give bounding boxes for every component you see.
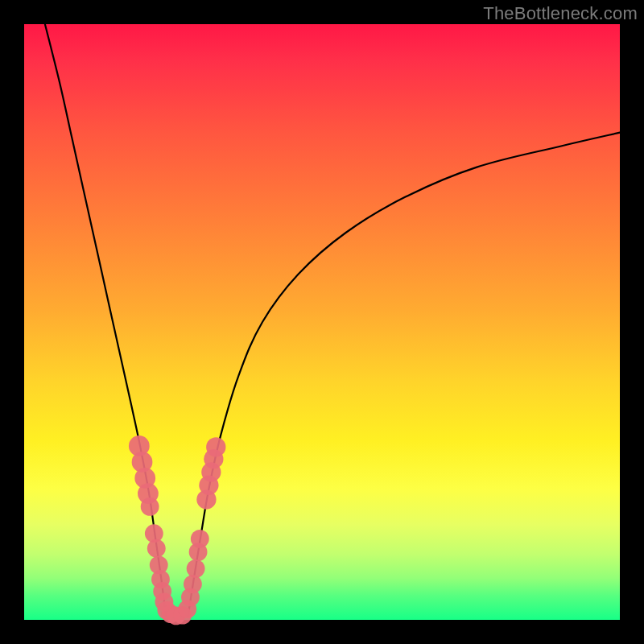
data-marker [206, 437, 225, 456]
data-marker [184, 575, 202, 593]
data-marker [187, 559, 205, 578]
plot-area [24, 24, 620, 620]
data-marker [191, 530, 209, 548]
series-right-branch [188, 133, 621, 617]
data-marker [147, 539, 166, 558]
watermark-text: TheBottleneck.com [483, 3, 638, 24]
marker-group [129, 436, 225, 625]
outer-frame: TheBottleneck.com [0, 0, 644, 644]
chart-svg [24, 24, 620, 620]
data-marker [141, 497, 159, 516]
